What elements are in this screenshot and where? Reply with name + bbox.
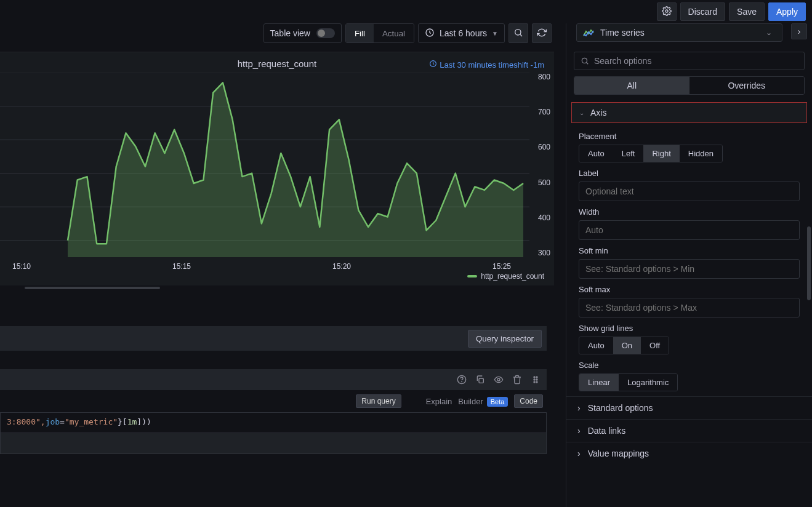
placement-row-right[interactable]: Right xyxy=(643,145,679,162)
scale-options: LinearLogarithmic xyxy=(579,373,678,391)
section-data-links[interactable]: ›Data links xyxy=(566,419,812,442)
placement-row-auto[interactable]: Auto xyxy=(579,145,613,162)
section-axis-header[interactable]: ⌄ Axis xyxy=(571,102,807,123)
chart-area[interactable]: 800700600500400300 15:1015:1515:2015:25 xyxy=(0,73,529,257)
scale-row-logarithmic[interactable]: Logarithmic xyxy=(619,374,677,391)
gear-icon xyxy=(662,6,672,18)
svg-point-15 xyxy=(536,377,537,378)
timeseries-viz-icon xyxy=(583,28,594,37)
options-tabs: All Overrides xyxy=(574,76,805,95)
tab-all[interactable]: All xyxy=(574,77,689,94)
query-code-editor[interactable]: 3:8000",job="my_metric"}[1m])) xyxy=(0,412,547,433)
x-tick: 15:15 xyxy=(172,262,191,271)
svg-point-19 xyxy=(536,381,537,383)
refresh-icon xyxy=(537,28,547,39)
svg-point-16 xyxy=(534,379,535,380)
query-code-blank-row[interactable] xyxy=(0,433,547,454)
fill-option[interactable]: Fill xyxy=(346,24,374,42)
chevron-right-icon: › xyxy=(577,426,581,436)
horizontal-scrollbar[interactable] xyxy=(25,287,160,289)
eye-icon[interactable] xyxy=(494,375,504,385)
x-tick: 15:20 xyxy=(332,262,351,271)
settings-button[interactable] xyxy=(657,2,677,21)
search-icon xyxy=(513,28,523,39)
axis-softmax-input[interactable] xyxy=(579,298,800,317)
axis-width-input[interactable] xyxy=(579,220,800,240)
gridlines-options: AutoOnOff xyxy=(579,337,669,354)
expand-viz-button[interactable]: › xyxy=(791,23,807,39)
fill-actual-group: Fill Actual xyxy=(345,23,414,43)
svg-point-13 xyxy=(497,378,500,381)
chevron-down-icon: ⌄ xyxy=(579,110,584,116)
timeshift-label: Last 30 minutes timeshift -1m xyxy=(429,60,544,70)
chevron-down-icon: ▼ xyxy=(492,30,498,37)
actual-option[interactable]: Actual xyxy=(374,24,414,42)
svg-point-11 xyxy=(462,381,462,382)
vertical-scrollbar[interactable] xyxy=(807,226,811,300)
width-label: Width xyxy=(579,207,800,217)
svg-point-2 xyxy=(515,29,521,34)
discard-button[interactable]: Discard xyxy=(680,2,725,21)
axis-softmin-input[interactable] xyxy=(579,259,800,279)
axis-label-input[interactable] xyxy=(579,182,800,201)
y-tick: 400 xyxy=(538,214,550,222)
section-axis-body: Placement AutoLeftRightHidden Label Widt… xyxy=(566,123,812,396)
placement-label: Placement xyxy=(579,132,800,141)
chart-panel: http_request_count Last 30 minutes times… xyxy=(0,52,554,285)
table-view-label: Table view xyxy=(270,28,310,38)
grid-row-off[interactable]: Off xyxy=(641,337,669,354)
zoom-out-button[interactable] xyxy=(509,23,528,43)
time-range-picker[interactable]: Last 6 hours ▼ xyxy=(418,23,505,43)
clock-icon xyxy=(429,60,437,70)
query-controls: Run query Explain Builder Beta Code xyxy=(0,390,547,412)
softmin-label: Soft min xyxy=(579,246,800,255)
y-tick: 600 xyxy=(538,143,550,151)
query-inspector-button[interactable]: Query inspector xyxy=(468,330,542,348)
gridlines-label: Show grid lines xyxy=(579,324,800,333)
chevron-down-icon: ⌄ xyxy=(762,28,776,37)
placement-row-hidden[interactable]: Hidden xyxy=(680,145,722,162)
toggle-switch-icon xyxy=(316,28,335,38)
svg-point-17 xyxy=(536,379,537,380)
grid-row-auto[interactable]: Auto xyxy=(579,337,613,354)
trash-icon[interactable] xyxy=(512,375,522,385)
visualization-picker[interactable]: Time series ⌄ xyxy=(576,23,782,42)
copy-icon[interactable] xyxy=(475,375,485,385)
softmax-label: Soft max xyxy=(579,285,800,294)
y-tick: 300 xyxy=(538,249,550,257)
section-standard-options[interactable]: ›Standard options xyxy=(566,396,812,419)
help-icon[interactable] xyxy=(457,375,467,385)
clock-icon xyxy=(425,28,435,39)
y-tick: 700 xyxy=(538,108,550,116)
y-tick: 800 xyxy=(538,73,550,81)
code-toggle[interactable]: Code xyxy=(514,394,543,408)
tab-overrides[interactable]: Overrides xyxy=(689,77,805,94)
apply-button[interactable]: Apply xyxy=(768,2,806,21)
chart-legend[interactable]: http_request_count xyxy=(467,272,544,281)
save-button[interactable]: Save xyxy=(729,2,765,21)
placement-row-left[interactable]: Left xyxy=(613,145,644,162)
svg-point-14 xyxy=(534,377,535,378)
search-options-input[interactable]: Search options xyxy=(574,52,805,70)
x-tick: 15:10 xyxy=(12,262,31,271)
svg-point-0 xyxy=(665,10,668,12)
query-row-actions xyxy=(0,369,547,390)
run-query-button[interactable]: Run query xyxy=(356,394,401,408)
time-range-label: Last 6 hours xyxy=(440,28,487,38)
beta-badge: Beta xyxy=(487,397,509,407)
query-toolbar: Query inspector xyxy=(0,326,547,351)
refresh-button[interactable] xyxy=(532,23,552,43)
section-value-mappings[interactable]: ›Value mappings xyxy=(566,442,812,465)
scale-row-linear[interactable]: Linear xyxy=(579,374,619,391)
drag-handle-icon[interactable] xyxy=(531,375,541,385)
table-view-toggle[interactable]: Table view xyxy=(263,23,342,43)
svg-rect-12 xyxy=(479,378,483,383)
builder-toggle[interactable]: Builder Beta xyxy=(458,396,508,406)
explain-label[interactable]: Explain xyxy=(426,397,452,406)
x-tick: 15:25 xyxy=(492,262,511,271)
options-sidebar: Time series ⌄ › Search options All Overr… xyxy=(566,23,812,507)
grid-row-on[interactable]: On xyxy=(613,337,641,354)
chevron-right-icon: › xyxy=(577,449,581,458)
chevron-right-icon: › xyxy=(798,26,801,36)
scale-label: Scale xyxy=(579,361,800,370)
